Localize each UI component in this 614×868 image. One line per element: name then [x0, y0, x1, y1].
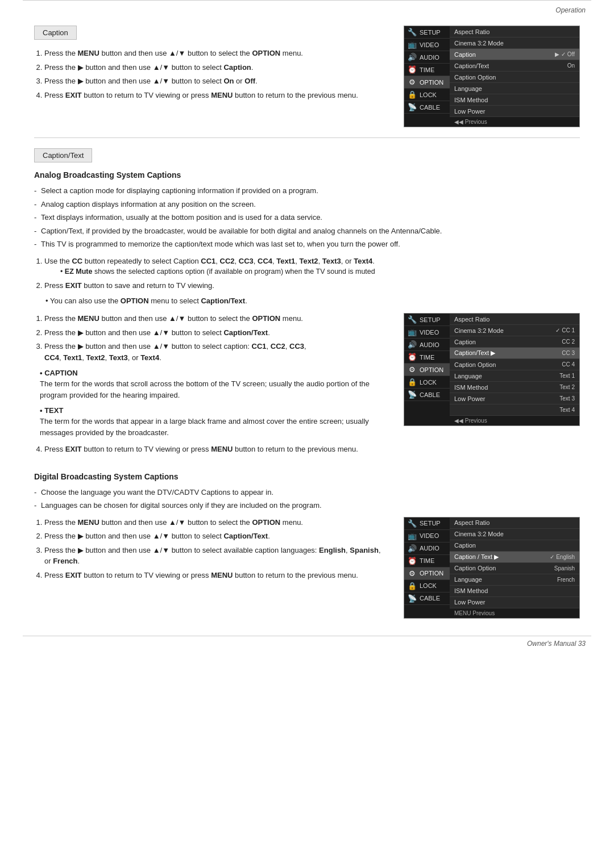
sidebar3-lock: 🔒 LOCK — [404, 580, 450, 592]
sidebar2-option: ⚙ OPTION — [404, 364, 450, 376]
sidebar-setup: 🔧 SETUP — [404, 26, 450, 39]
m3-captionoption: Caption Option Spanish — [450, 563, 579, 574]
analog-bullet-3: Text displays information, usually at th… — [34, 212, 580, 223]
m2-aspect: Aspect Ratio — [450, 314, 579, 325]
caption-section: Caption Press the MENU button and then u… — [34, 26, 580, 127]
caption-steps-list: Press the MENU button and then use ▲/▼ b… — [44, 48, 387, 101]
operation-label: Operation — [0, 4, 614, 14]
setup3-icon: 🔧 — [408, 519, 417, 528]
caption-term-body: The term for the words that scroll acros… — [40, 378, 387, 400]
captiontext-section: Caption/Text Analog Broadcasting System … — [34, 148, 580, 619]
lock-icon: 🔒 — [408, 90, 417, 99]
m3-language: Language French — [450, 574, 579, 586]
caption-main-col: Caption Press the MENU button and then u… — [34, 26, 387, 106]
sidebar3-cable: 📡 CABLE — [404, 592, 450, 605]
m2-lowpower: Low Power Text 3 — [450, 393, 579, 404]
menu2-section: Press the MENU button and then use ▲/▼ b… — [34, 313, 580, 461]
menu-footer-label-2: ◀◀ Previous — [454, 418, 487, 424]
menu-footer-1: ◀◀ Previous — [450, 117, 579, 127]
menu-item-language: Language — [450, 83, 579, 94]
text-term-body: The term for the words that appear in a … — [40, 416, 387, 438]
setup-label: SETUP — [420, 29, 441, 36]
menu2-step-4: Press EXIT button to return to TV viewin… — [44, 444, 387, 455]
sidebar-option: ⚙ OPTION — [404, 76, 450, 89]
menu-box-3: 🔧 SETUP 📺 VIDEO 🔊 AUD — [404, 517, 580, 619]
sidebar2-video: 📺 VIDEO — [404, 326, 450, 339]
m3-caption: Caption — [450, 540, 579, 552]
top-rule — [23, 0, 591, 4]
m2-caption: Caption CC 2 — [450, 336, 579, 348]
sidebar2-cable: 📡 CABLE — [404, 389, 450, 401]
caption-heading: Caption — [34, 26, 77, 40]
sidebar2-lock: 🔒 LOCK — [404, 376, 450, 389]
menu-item-captiontext: Caption/Text On — [450, 60, 579, 72]
digital-section: Digital Broadcasting System Captions Cho… — [34, 472, 580, 619]
menu-sidebar-3: 🔧 SETUP 📺 VIDEO 🔊 AUD — [404, 518, 450, 618]
menu-item-ism: ISM Method — [450, 94, 579, 106]
setup2-icon: 🔧 — [408, 315, 417, 324]
analog-bullet-4: Caption/Text, if provided by the broadca… — [34, 226, 580, 237]
analog-steps-list: Use the CC button repeatedly to select C… — [44, 256, 580, 291]
option-icon: ⚙ — [408, 78, 417, 86]
sidebar-time: ⏰ TIME — [404, 64, 450, 76]
analog-title: Analog Broadcasting System Captions — [34, 170, 580, 180]
analog-step-2: Press EXIT button to save and return to … — [44, 280, 580, 291]
m3-aspect: Aspect Ratio — [450, 518, 579, 529]
menu-main-3: Aspect Ratio Cinema 3:2 Mode Caption — [450, 518, 579, 618]
text-term: • TEXT The term for the words that appea… — [40, 406, 387, 438]
time-label: TIME — [420, 66, 434, 73]
caption-menu-image: 🔧 SETUP 📺 VIDEO 🔊 AUDIO — [404, 26, 580, 127]
caption-term: • CAPTION The term for the words that sc… — [40, 369, 387, 400]
menu-item-lowpower: Low Power — [450, 106, 579, 117]
digital-bullet-2: Languages can be chosen for digital sour… — [34, 500, 580, 511]
m3-captiontext: Caption / Text ▶ ✓ English — [450, 552, 579, 563]
digital-bullets: Choose the language you want the DTV/CAD… — [34, 487, 580, 511]
sidebar-cable: 📡 CABLE — [404, 101, 450, 114]
caption-step-1: Press the MENU button and then use ▲/▼ b… — [44, 48, 387, 59]
divider-1 — [34, 137, 580, 138]
m2-ism: ISM Method Text 2 — [450, 382, 579, 393]
menu2-step-3: Press the ▶ button and then use ▲/▼ butt… — [44, 341, 387, 363]
option3-icon: ⚙ — [408, 569, 417, 578]
digital-step-4: Press EXIT button to return to TV viewin… — [44, 570, 387, 581]
menu-footer-3: MENU Previous — [450, 608, 579, 618]
caption-term-label: • CAPTION — [40, 369, 387, 377]
text-term-label: • TEXT — [40, 406, 387, 415]
menu2-step-2: Press the ▶ button and then use ▲/▼ butt… — [44, 327, 387, 339]
sidebar3-video: 📺 VIDEO — [404, 530, 450, 542]
cable3-icon: 📡 — [408, 594, 417, 603]
lock3-icon: 🔒 — [408, 582, 417, 590]
menu-item-captionoption: Caption Option — [450, 72, 579, 83]
video3-icon: 📺 — [408, 532, 417, 540]
menu2-step-1: Press the MENU button and then use ▲/▼ b… — [44, 313, 387, 324]
analog-bullets: Select a caption mode for displaying cap… — [34, 185, 580, 250]
menu-footer-label-3: MENU Previous — [454, 610, 495, 616]
menu2-main-col: Press the MENU button and then use ▲/▼ b… — [34, 313, 387, 461]
page-number: Owner's Manual 33 — [0, 636, 614, 648]
analog-bullet-1: Select a caption mode for displaying cap… — [34, 185, 580, 197]
sidebar2-audio: 🔊 AUDIO — [404, 339, 450, 351]
menu-sidebar-2: 🔧 SETUP 📺 VIDEO 🔊 AUD — [404, 314, 450, 425]
analog-bullet-2: Analog caption displays information at a… — [34, 199, 580, 210]
audio3-icon: 🔊 — [408, 544, 417, 553]
m2-language: Language Text 1 — [450, 370, 579, 382]
video2-icon: 📺 — [408, 328, 417, 336]
menu-main-1: Aspect Ratio Cinema 3:2 Mode Caption ▶ ✓… — [450, 26, 579, 127]
digital-title: Digital Broadcasting System Captions — [34, 472, 580, 481]
audio-icon: 🔊 — [408, 53, 417, 61]
caption-menu-image-2: 🔧 SETUP 📺 VIDEO 🔊 AUD — [404, 313, 580, 426]
menu-item-aspect: Aspect Ratio — [450, 26, 579, 37]
time3-icon: ⏰ — [408, 557, 417, 565]
menu-footer-label-1: ◀◀ Previous — [454, 119, 487, 125]
m2-captiontext: Caption/Text ▶ CC 3 — [450, 348, 579, 359]
audio2-icon: 🔊 — [408, 340, 417, 349]
menu-main-2: Aspect Ratio Cinema 3:2 Mode ✓ CC 1 Capt… — [450, 314, 579, 425]
menu-box-1: 🔧 SETUP 📺 VIDEO 🔊 AUDIO — [404, 26, 580, 127]
lock-label: LOCK — [420, 91, 437, 98]
menu-footer-2: ◀◀ Previous — [450, 416, 579, 425]
ezmute-note: • EZ Mute shows the selected captions op… — [60, 266, 580, 277]
digital-steps-list: Press the MENU button and then use ▲/▼ b… — [44, 517, 387, 581]
lock2-icon: 🔒 — [408, 378, 417, 386]
sidebar3-option: ⚙ OPTION — [404, 567, 450, 580]
option2-icon: ⚙ — [408, 365, 417, 374]
